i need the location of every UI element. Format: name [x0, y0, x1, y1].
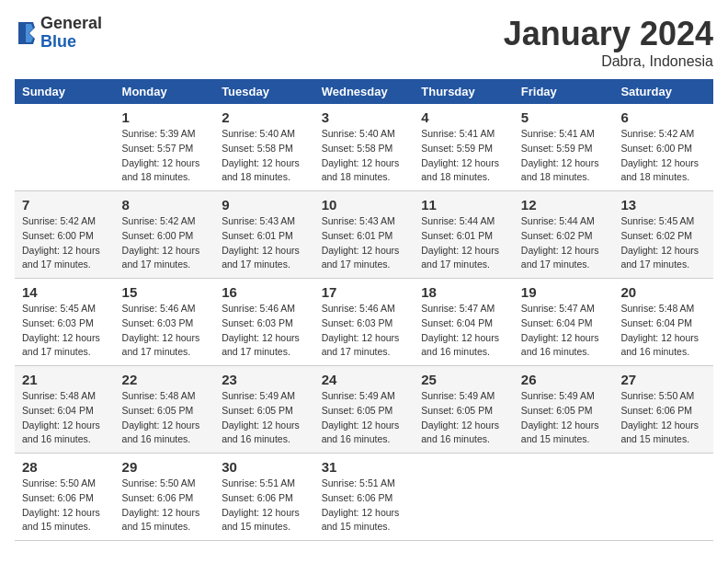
daylight-label: Daylight: 12 hours and 16 minutes.	[322, 419, 400, 445]
daylight-label: Daylight: 12 hours and 15 minutes.	[521, 419, 599, 445]
calendar-cell: 29 Sunrise: 5:50 AM Sunset: 6:06 PM Dayl…	[115, 454, 215, 541]
sunrise-label: Sunrise: 5:49 AM	[322, 390, 395, 401]
sunset-label: Sunset: 6:04 PM	[421, 317, 493, 328]
daylight-label: Daylight: 12 hours and 17 minutes.	[122, 245, 200, 270]
sunset-label: Sunset: 6:03 PM	[322, 317, 393, 328]
day-number: 19	[521, 284, 607, 300]
day-info: Sunrise: 5:46 AM Sunset: 6:03 PM Dayligh…	[222, 302, 307, 360]
sunset-label: Sunset: 6:03 PM	[122, 317, 194, 328]
day-number: 2	[222, 109, 307, 125]
calendar-week-row: 21 Sunrise: 5:48 AM Sunset: 6:04 PM Dayl…	[15, 366, 713, 454]
day-number: 29	[122, 459, 208, 475]
logo-blue: Blue	[40, 33, 102, 52]
calendar-cell: 28 Sunrise: 5:50 AM Sunset: 6:06 PM Dayl…	[15, 454, 115, 541]
daylight-label: Daylight: 12 hours and 15 minutes.	[22, 507, 100, 533]
daylight-label: Daylight: 12 hours and 15 minutes.	[122, 507, 200, 533]
sunset-label: Sunset: 5:58 PM	[222, 143, 293, 154]
day-info: Sunrise: 5:50 AM Sunset: 6:06 PM Dayligh…	[122, 477, 208, 534]
day-number: 12	[521, 197, 607, 213]
sunrise-label: Sunrise: 5:39 AM	[122, 128, 196, 139]
sunrise-label: Sunrise: 5:46 AM	[122, 303, 196, 314]
sunrise-label: Sunrise: 5:41 AM	[421, 128, 495, 139]
calendar-day-header: Sunday	[15, 79, 115, 104]
daylight-label: Daylight: 12 hours and 17 minutes.	[322, 245, 400, 270]
day-number: 10	[322, 197, 407, 213]
day-info: Sunrise: 5:51 AM Sunset: 6:06 PM Dayligh…	[322, 477, 407, 534]
day-number: 3	[322, 109, 407, 125]
day-info: Sunrise: 5:39 AM Sunset: 5:57 PM Dayligh…	[122, 127, 208, 185]
calendar-cell	[514, 454, 614, 541]
daylight-label: Daylight: 12 hours and 18 minutes.	[521, 157, 599, 183]
sunset-label: Sunset: 6:02 PM	[620, 230, 692, 241]
calendar-cell: 3 Sunrise: 5:40 AM Sunset: 5:58 PM Dayli…	[314, 104, 415, 191]
sunset-label: Sunset: 6:01 PM	[322, 230, 393, 241]
day-info: Sunrise: 5:47 AM Sunset: 6:04 PM Dayligh…	[521, 302, 607, 360]
calendar-cell: 15 Sunrise: 5:46 AM Sunset: 6:03 PM Dayl…	[115, 279, 215, 366]
day-info: Sunrise: 5:43 AM Sunset: 6:01 PM Dayligh…	[322, 214, 407, 272]
sunset-label: Sunset: 5:57 PM	[122, 143, 194, 154]
calendar-cell: 27 Sunrise: 5:50 AM Sunset: 6:06 PM Dayl…	[613, 366, 713, 454]
sunset-label: Sunset: 6:04 PM	[22, 405, 94, 416]
sunrise-label: Sunrise: 5:51 AM	[322, 477, 395, 488]
sunset-label: Sunset: 5:59 PM	[421, 143, 493, 154]
daylight-label: Daylight: 12 hours and 15 minutes.	[322, 507, 400, 533]
day-info: Sunrise: 5:46 AM Sunset: 6:03 PM Dayligh…	[122, 302, 208, 360]
calendar-cell: 30 Sunrise: 5:51 AM Sunset: 6:06 PM Dayl…	[214, 454, 314, 541]
sunset-label: Sunset: 6:00 PM	[122, 230, 194, 241]
daylight-label: Daylight: 12 hours and 17 minutes.	[322, 332, 400, 358]
sunset-label: Sunset: 6:01 PM	[222, 230, 293, 241]
sunrise-label: Sunrise: 5:42 AM	[22, 215, 96, 226]
sunset-label: Sunset: 6:04 PM	[620, 317, 692, 328]
calendar-cell: 31 Sunrise: 5:51 AM Sunset: 6:06 PM Dayl…	[314, 454, 415, 541]
daylight-label: Daylight: 12 hours and 16 minutes.	[22, 419, 100, 445]
title-block: January 2024 Dabra, Indonesia	[504, 15, 713, 70]
sunrise-label: Sunrise: 5:44 AM	[521, 215, 595, 226]
sunrise-label: Sunrise: 5:47 AM	[521, 303, 595, 314]
sunrise-label: Sunrise: 5:47 AM	[421, 303, 495, 314]
day-info: Sunrise: 5:50 AM Sunset: 6:06 PM Dayligh…	[22, 477, 108, 534]
calendar-day-header: Monday	[115, 79, 215, 104]
day-number: 28	[22, 459, 108, 475]
sunrise-label: Sunrise: 5:45 AM	[620, 215, 694, 226]
sunset-label: Sunset: 6:05 PM	[222, 405, 293, 416]
page-title: January 2024	[504, 15, 713, 53]
sunrise-label: Sunrise: 5:48 AM	[620, 303, 694, 314]
sunset-label: Sunset: 6:03 PM	[222, 317, 293, 328]
day-number: 31	[322, 459, 407, 475]
calendar-cell: 2 Sunrise: 5:40 AM Sunset: 5:58 PM Dayli…	[214, 104, 314, 191]
calendar-cell: 1 Sunrise: 5:39 AM Sunset: 5:57 PM Dayli…	[115, 104, 215, 191]
calendar-cell: 26 Sunrise: 5:49 AM Sunset: 6:05 PM Dayl…	[514, 366, 614, 454]
daylight-label: Daylight: 12 hours and 15 minutes.	[620, 419, 699, 445]
calendar-cell: 8 Sunrise: 5:42 AM Sunset: 6:00 PM Dayli…	[115, 191, 215, 279]
calendar-day-header: Thursday	[414, 79, 514, 104]
day-info: Sunrise: 5:51 AM Sunset: 6:06 PM Dayligh…	[222, 477, 307, 534]
sunset-label: Sunset: 6:05 PM	[421, 405, 493, 416]
calendar-week-row: 28 Sunrise: 5:50 AM Sunset: 6:06 PM Dayl…	[15, 454, 713, 541]
calendar-day-header: Tuesday	[214, 79, 314, 104]
calendar-cell: 18 Sunrise: 5:47 AM Sunset: 6:04 PM Dayl…	[414, 279, 514, 366]
day-number: 23	[222, 372, 307, 387]
calendar-cell	[414, 454, 514, 541]
calendar-cell: 17 Sunrise: 5:46 AM Sunset: 6:03 PM Dayl…	[314, 279, 415, 366]
day-number: 5	[521, 109, 607, 125]
sunset-label: Sunset: 6:06 PM	[620, 405, 692, 416]
logo: General Blue	[15, 15, 102, 52]
day-number: 8	[122, 197, 208, 213]
day-number: 1	[122, 109, 208, 125]
sunset-label: Sunset: 6:05 PM	[521, 405, 593, 416]
day-info: Sunrise: 5:48 AM Sunset: 6:04 PM Dayligh…	[22, 389, 108, 447]
sunrise-label: Sunrise: 5:42 AM	[620, 128, 694, 139]
sunrise-label: Sunrise: 5:50 AM	[22, 477, 96, 488]
daylight-label: Daylight: 12 hours and 16 minutes.	[620, 332, 699, 358]
sunset-label: Sunset: 5:59 PM	[521, 143, 593, 154]
daylight-label: Daylight: 12 hours and 17 minutes.	[222, 245, 300, 270]
calendar-cell: 4 Sunrise: 5:41 AM Sunset: 5:59 PM Dayli…	[414, 104, 514, 191]
daylight-label: Daylight: 12 hours and 16 minutes.	[421, 332, 499, 358]
sunrise-label: Sunrise: 5:48 AM	[22, 390, 96, 401]
calendar-cell: 25 Sunrise: 5:49 AM Sunset: 6:05 PM Dayl…	[414, 366, 514, 454]
sunset-label: Sunset: 6:02 PM	[521, 230, 593, 241]
day-info: Sunrise: 5:48 AM Sunset: 6:05 PM Dayligh…	[122, 389, 208, 447]
sunrise-label: Sunrise: 5:49 AM	[222, 390, 295, 401]
day-number: 18	[421, 284, 506, 300]
sunset-label: Sunset: 6:06 PM	[322, 492, 393, 503]
